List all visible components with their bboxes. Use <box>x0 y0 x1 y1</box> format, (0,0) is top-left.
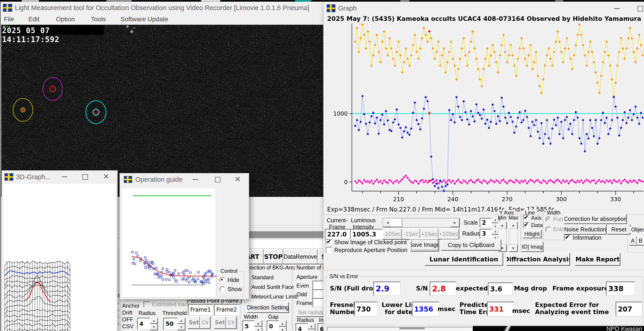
graph-maximize-button[interactable] <box>638 6 643 12</box>
object-caption: Object <box>630 226 644 233</box>
graph3d-maximize-button[interactable] <box>82 174 88 180</box>
frame-exposure-field[interactable]: 338 <box>606 282 635 296</box>
make-report-button[interactable]: Make Report <box>575 253 620 266</box>
axis-checkbox[interactable] <box>523 215 529 221</box>
show-label: Show <box>228 286 242 292</box>
tracking-threshold-spinner[interactable]: ▲▼ <box>178 318 185 330</box>
tracking-radius-spinner[interactable]: ▲▼ <box>150 318 158 330</box>
current-frame-label: Current-Frame <box>325 217 349 230</box>
part-radio[interactable] <box>546 216 551 222</box>
stop-button[interactable]: STOP <box>264 249 283 264</box>
hide-radio[interactable] <box>220 277 225 283</box>
correction-absorption-button[interactable]: Correction for absorption <box>564 214 626 224</box>
bottom-track[interactable] <box>327 327 472 331</box>
reproduce-aperture-checkbox[interactable] <box>326 247 332 253</box>
graph3d-title: 3D-Graph... <box>16 173 51 181</box>
diffraction-analysis-button[interactable]: Diffraction Analysis <box>506 253 570 266</box>
branding-text: NPO Kwasan <box>606 326 642 331</box>
entire-radio[interactable] <box>546 226 551 232</box>
star-tracking-group: Star Tracking Anchor Drift OFF CSV Estim… <box>111 296 238 331</box>
lower-limit-field[interactable]: 1356 <box>412 302 439 316</box>
show-image-label: Show Image of Clicked point <box>334 239 407 246</box>
graph3d-minimize-button[interactable] <box>62 176 67 177</box>
sn-field[interactable]: 2.8 <box>430 282 456 296</box>
yaxis-max-label: Max <box>508 215 518 221</box>
opguide-close-button[interactable]: ✕ <box>235 176 241 183</box>
numpix-frame-label: Frame <box>296 300 312 306</box>
sn-full-field[interactable]: 2.9 <box>374 282 400 296</box>
graph-scrollbar[interactable]: ◄ ► <box>382 218 460 228</box>
menu-software-update[interactable]: Software Update <box>120 16 168 23</box>
menu-option[interactable]: Option <box>56 16 75 23</box>
frame2-field[interactable]: Frame2 <box>214 304 240 316</box>
menu-file[interactable]: File <box>4 16 14 23</box>
luminous-intensity-field[interactable]: 1005.3 <box>350 229 383 240</box>
estimated-track-checkbox[interactable] <box>144 302 150 308</box>
bkg-width-spinner[interactable]: ▲▼ <box>254 320 262 331</box>
msec-label-1: msec <box>438 305 456 312</box>
light-curve-chart[interactable]: 01000210240270300330 <box>328 22 644 205</box>
svg-text:1000: 1000 <box>333 110 348 117</box>
show-radio[interactable] <box>220 286 225 292</box>
lunar-identification-button[interactable]: Lunar Identification <box>425 253 503 266</box>
limovie-app-icon <box>327 4 336 12</box>
object-a-button[interactable]: A <box>629 236 637 246</box>
bottom-track-thumb[interactable] <box>400 328 425 330</box>
menu-tools[interactable]: Tools <box>91 16 106 23</box>
main-titlebar[interactable]: Light Measurement tool for Occultation O… <box>1 2 362 14</box>
graph3d-canvas <box>3 184 116 331</box>
reset-button[interactable]: Reset <box>607 224 630 234</box>
direction-setting-button[interactable]: Direction Setting <box>247 302 289 313</box>
opguide-maximize-button[interactable] <box>215 177 220 182</box>
opguide-titlebar[interactable]: Operation guide <box>120 173 249 186</box>
graph-titlebar[interactable]: Graph <box>324 2 644 15</box>
minus10sec-button[interactable]: -10Sec <box>382 228 402 240</box>
object-b-button[interactable]: B <box>637 236 644 246</box>
graph3d-close-button[interactable]: ✕ <box>103 173 109 180</box>
plus10sec-button[interactable]: +10Sec <box>438 228 459 240</box>
scrollbar-left-arrow[interactable]: ◄ <box>383 218 392 227</box>
scrollbar-right-arrow[interactable]: ► <box>450 218 460 227</box>
set2-button[interactable]: Set <box>214 316 226 329</box>
save-image-button[interactable]: Save Image <box>410 238 439 251</box>
show-image-checkbox[interactable] <box>326 239 332 246</box>
tracking-radius-label: Radius <box>138 310 156 316</box>
wireframe-mesh <box>4 258 72 331</box>
predicted-field[interactable]: 331 <box>487 302 514 316</box>
dataremove-button[interactable]: DataRemove <box>283 249 318 264</box>
graph-minimize-button[interactable] <box>614 8 620 9</box>
bkg-area-caption: Direction of BKG-Area <box>243 264 298 271</box>
frame1-field[interactable]: Frame1 <box>188 304 214 316</box>
menu-edit[interactable]: Edit <box>28 16 40 23</box>
noise-reduction-button[interactable]: Noise Reduction <box>564 224 606 234</box>
opguide-plot-area <box>122 188 216 297</box>
minus1sec-button[interactable]: -1Sec <box>402 228 420 240</box>
copy-clipboard-button[interactable]: Copy to ClipBoard <box>441 240 501 250</box>
graph3d-titlebar[interactable]: 3D-Graph... <box>2 170 118 183</box>
graph-radius-label: Radius <box>462 230 480 237</box>
clr2-button[interactable]: Clr <box>226 316 236 329</box>
bkg-avoid-sunlit-label: Avoid Sunlit Face <box>251 284 294 290</box>
expected-field[interactable]: 3.6 <box>488 282 512 295</box>
3d-image-button[interactable]: [3D] Image <box>521 242 543 252</box>
set1-button[interactable]: Set <box>188 316 200 329</box>
width-caption: Width <box>546 210 562 216</box>
highlight-marker <box>428 30 431 33</box>
hilight-button[interactable]: Hilight <box>523 230 542 238</box>
scrollbar-thumb[interactable] <box>391 218 402 227</box>
clr1-button[interactable]: Clr <box>200 316 210 329</box>
plus1sec-button[interactable]: +1Sec <box>420 228 438 240</box>
bkg-standard-label: Standard <box>251 274 274 281</box>
yaxis-max-scrollbar[interactable]: ▲ ▼ <box>509 222 518 251</box>
aperture-magenta <box>43 77 62 100</box>
bkg-gap-spinner[interactable]: ▲▼ <box>278 320 286 331</box>
expected-error-field[interactable]: 207 <box>616 302 642 316</box>
information-checkbox[interactable] <box>564 235 570 241</box>
opguide-minimize-button[interactable] <box>192 179 198 180</box>
sn-full-label: S/N (Full drop) <box>330 285 380 292</box>
screen: Light Measurement tool for Occultation O… <box>0 0 644 331</box>
fresnel-field[interactable]: 730 <box>354 302 378 316</box>
data-checkbox[interactable] <box>523 222 529 228</box>
numpix-radius-spinner[interactable]: ▲▼ <box>308 323 315 331</box>
current-frame-field[interactable]: 227.0 <box>325 229 353 240</box>
